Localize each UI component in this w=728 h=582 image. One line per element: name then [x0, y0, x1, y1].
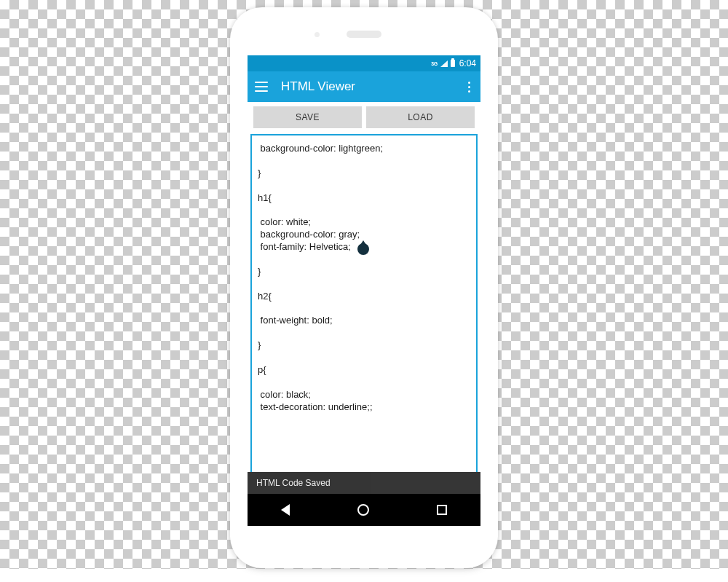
- phone-frame: 3G 6:04 HTML Viewer SAVE LOAD background…: [230, 7, 498, 568]
- code-line[interactable]: [258, 278, 470, 291]
- clock: 6:04: [459, 58, 476, 68]
- network-label: 3G: [431, 61, 437, 66]
- code-line[interactable]: [258, 253, 470, 266]
- editor-container: background-color: lightgreen; } h1{ colo…: [250, 134, 478, 472]
- toast-message: HTML Code Saved: [248, 472, 480, 494]
- load-button[interactable]: LOAD: [366, 106, 475, 128]
- menu-icon[interactable]: [255, 82, 268, 92]
- overflow-icon[interactable]: [465, 79, 473, 95]
- code-line[interactable]: h1{: [258, 192, 470, 205]
- code-line[interactable]: background-color: gray;: [258, 229, 470, 241]
- code-line[interactable]: [258, 327, 470, 339]
- code-line[interactable]: }: [258, 339, 470, 352]
- code-line[interactable]: p{: [258, 364, 470, 377]
- app-bar: HTML Viewer: [248, 71, 480, 102]
- code-line[interactable]: }: [258, 266, 470, 278]
- signal-icon: [440, 60, 448, 67]
- code-line[interactable]: h2{: [258, 291, 470, 303]
- sensor-dot: [314, 32, 320, 37]
- battery-icon: [451, 60, 455, 67]
- back-icon[interactable]: [281, 504, 290, 516]
- code-line[interactable]: }: [258, 168, 470, 180]
- code-line[interactable]: [258, 303, 470, 315]
- code-line[interactable]: [258, 352, 470, 364]
- save-button[interactable]: SAVE: [253, 106, 362, 128]
- code-line[interactable]: font-weight: bold;: [258, 315, 470, 327]
- home-icon[interactable]: [357, 504, 369, 516]
- code-line[interactable]: color: white;: [258, 216, 470, 229]
- code-line[interactable]: color: black;: [258, 389, 470, 401]
- nav-bar: [248, 494, 480, 526]
- recent-icon[interactable]: [437, 505, 447, 515]
- code-line[interactable]: [258, 180, 470, 192]
- code-line[interactable]: [258, 204, 470, 216]
- code-editor[interactable]: background-color: lightgreen; } h1{ colo…: [252, 135, 476, 472]
- button-row: SAVE LOAD: [248, 102, 480, 133]
- code-line[interactable]: text-decoration: underline;;: [258, 401, 470, 414]
- screen: 3G 6:04 HTML Viewer SAVE LOAD background…: [248, 55, 480, 526]
- earpiece: [347, 31, 381, 38]
- code-line[interactable]: [258, 155, 470, 168]
- code-line[interactable]: [258, 377, 470, 389]
- status-bar: 3G 6:04: [248, 55, 480, 71]
- text-cursor-handle[interactable]: [357, 243, 369, 255]
- code-line[interactable]: background-color: lightgreen;: [258, 143, 470, 155]
- app-title: HTML Viewer: [281, 79, 452, 94]
